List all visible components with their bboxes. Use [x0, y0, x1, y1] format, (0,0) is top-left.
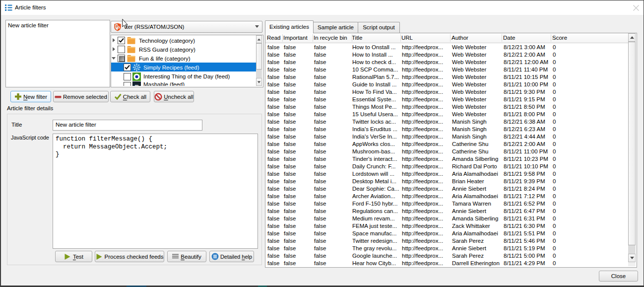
svg-text:m: m: [134, 83, 138, 86]
